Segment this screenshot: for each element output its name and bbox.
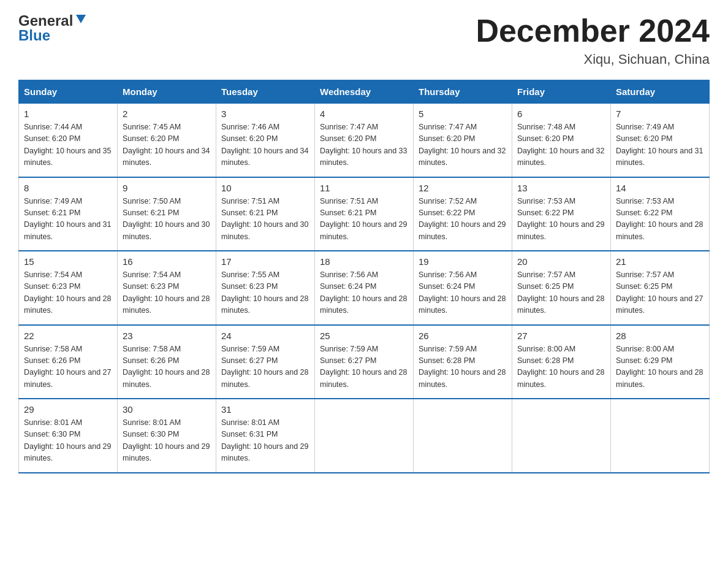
day-number: 23 xyxy=(123,331,211,341)
calendar-week-row: 15 Sunrise: 7:54 AM Sunset: 6:23 PM Dayl… xyxy=(19,251,710,325)
day-number: 11 xyxy=(320,183,408,193)
day-info: Sunrise: 7:54 AM Sunset: 6:23 PM Dayligh… xyxy=(24,269,112,317)
day-number: 1 xyxy=(24,109,112,119)
day-info: Sunrise: 7:45 AM Sunset: 6:20 PM Dayligh… xyxy=(123,121,211,169)
day-number: 29 xyxy=(24,404,112,415)
calendar-week-row: 29 Sunrise: 8:01 AM Sunset: 6:30 PM Dayl… xyxy=(19,399,710,473)
day-info: Sunrise: 7:59 AM Sunset: 6:28 PM Dayligh… xyxy=(419,343,507,391)
table-row: 10 Sunrise: 7:51 AM Sunset: 6:21 PM Dayl… xyxy=(216,177,315,251)
day-number: 8 xyxy=(24,183,112,193)
day-info: Sunrise: 7:58 AM Sunset: 6:26 PM Dayligh… xyxy=(24,343,112,391)
table-row: 2 Sunrise: 7:45 AM Sunset: 6:20 PM Dayli… xyxy=(118,104,216,177)
header-tuesday: Tuesday xyxy=(216,80,315,104)
day-number: 30 xyxy=(123,404,211,415)
day-number: 21 xyxy=(616,256,704,267)
day-info: Sunrise: 7:49 AM Sunset: 6:20 PM Dayligh… xyxy=(616,121,704,169)
day-info: Sunrise: 8:01 AM Sunset: 6:30 PM Dayligh… xyxy=(123,417,211,465)
day-info: Sunrise: 7:59 AM Sunset: 6:27 PM Dayligh… xyxy=(320,343,408,391)
table-row: 3 Sunrise: 7:46 AM Sunset: 6:20 PM Dayli… xyxy=(216,104,315,177)
table-row: 17 Sunrise: 7:55 AM Sunset: 6:23 PM Dayl… xyxy=(216,251,315,325)
table-row: 20 Sunrise: 7:57 AM Sunset: 6:25 PM Dayl… xyxy=(512,251,611,325)
calendar-week-row: 8 Sunrise: 7:49 AM Sunset: 6:21 PM Dayli… xyxy=(19,177,710,251)
table-row: 16 Sunrise: 7:54 AM Sunset: 6:23 PM Dayl… xyxy=(118,251,216,325)
table-row: 9 Sunrise: 7:50 AM Sunset: 6:21 PM Dayli… xyxy=(118,177,216,251)
day-number: 9 xyxy=(123,183,211,193)
day-info: Sunrise: 7:56 AM Sunset: 6:24 PM Dayligh… xyxy=(320,269,408,317)
table-row: 27 Sunrise: 8:00 AM Sunset: 6:28 PM Dayl… xyxy=(512,325,611,399)
table-row: 24 Sunrise: 7:59 AM Sunset: 6:27 PM Dayl… xyxy=(216,325,315,399)
day-info: Sunrise: 7:54 AM Sunset: 6:23 PM Dayligh… xyxy=(123,269,211,317)
day-number: 31 xyxy=(221,404,309,415)
day-info: Sunrise: 8:00 AM Sunset: 6:29 PM Dayligh… xyxy=(616,343,704,391)
day-info: Sunrise: 7:52 AM Sunset: 6:22 PM Dayligh… xyxy=(419,196,507,243)
table-row: 13 Sunrise: 7:53 AM Sunset: 6:22 PM Dayl… xyxy=(512,177,611,251)
table-row: 15 Sunrise: 7:54 AM Sunset: 6:23 PM Dayl… xyxy=(19,251,118,325)
day-number: 15 xyxy=(24,256,112,267)
table-row xyxy=(512,399,611,473)
table-row: 18 Sunrise: 7:56 AM Sunset: 6:24 PM Dayl… xyxy=(315,251,414,325)
day-info: Sunrise: 7:53 AM Sunset: 6:22 PM Dayligh… xyxy=(616,196,704,243)
day-info: Sunrise: 7:50 AM Sunset: 6:21 PM Dayligh… xyxy=(123,196,211,243)
table-row: 29 Sunrise: 8:01 AM Sunset: 6:30 PM Dayl… xyxy=(19,399,118,473)
table-row: 8 Sunrise: 7:49 AM Sunset: 6:21 PM Dayli… xyxy=(19,177,118,251)
day-number: 22 xyxy=(24,331,112,341)
day-info: Sunrise: 7:51 AM Sunset: 6:21 PM Dayligh… xyxy=(320,196,408,243)
table-row: 6 Sunrise: 7:48 AM Sunset: 6:20 PM Dayli… xyxy=(512,104,611,177)
day-info: Sunrise: 7:57 AM Sunset: 6:25 PM Dayligh… xyxy=(517,269,605,317)
table-row xyxy=(414,399,512,473)
day-info: Sunrise: 7:57 AM Sunset: 6:25 PM Dayligh… xyxy=(616,269,704,317)
calendar-table: Sunday Monday Tuesday Wednesday Thursday… xyxy=(18,80,710,473)
day-info: Sunrise: 7:44 AM Sunset: 6:20 PM Dayligh… xyxy=(24,121,112,169)
day-info: Sunrise: 8:00 AM Sunset: 6:28 PM Dayligh… xyxy=(517,343,605,391)
day-info: Sunrise: 8:01 AM Sunset: 6:31 PM Dayligh… xyxy=(221,417,309,465)
logo-blue-text: Blue xyxy=(18,27,87,44)
table-row xyxy=(315,399,414,473)
day-number: 4 xyxy=(320,109,408,119)
location-title: Xiqu, Sichuan, China xyxy=(476,52,710,67)
table-row: 23 Sunrise: 7:58 AM Sunset: 6:26 PM Dayl… xyxy=(118,325,216,399)
header-saturday: Saturday xyxy=(611,80,710,104)
day-number: 10 xyxy=(221,183,309,193)
day-number: 12 xyxy=(419,183,507,193)
header-wednesday: Wednesday xyxy=(315,80,414,104)
day-info: Sunrise: 7:56 AM Sunset: 6:24 PM Dayligh… xyxy=(419,269,507,317)
day-number: 2 xyxy=(123,109,211,119)
table-row: 21 Sunrise: 7:57 AM Sunset: 6:25 PM Dayl… xyxy=(611,251,710,325)
day-number: 6 xyxy=(517,109,605,119)
table-row: 19 Sunrise: 7:56 AM Sunset: 6:24 PM Dayl… xyxy=(414,251,512,325)
day-info: Sunrise: 8:01 AM Sunset: 6:30 PM Dayligh… xyxy=(24,417,112,465)
day-number: 16 xyxy=(123,256,211,267)
header-sunday: Sunday xyxy=(19,80,118,104)
table-row xyxy=(611,399,710,473)
header-monday: Monday xyxy=(118,80,216,104)
day-info: Sunrise: 7:46 AM Sunset: 6:20 PM Dayligh… xyxy=(221,121,309,169)
header-thursday: Thursday xyxy=(414,80,512,104)
day-info: Sunrise: 7:49 AM Sunset: 6:21 PM Dayligh… xyxy=(24,196,112,243)
day-number: 5 xyxy=(419,109,507,119)
day-number: 27 xyxy=(517,331,605,341)
day-info: Sunrise: 7:51 AM Sunset: 6:21 PM Dayligh… xyxy=(221,196,309,243)
calendar-header-row: Sunday Monday Tuesday Wednesday Thursday… xyxy=(19,80,710,104)
day-info: Sunrise: 7:59 AM Sunset: 6:27 PM Dayligh… xyxy=(221,343,309,391)
day-info: Sunrise: 7:47 AM Sunset: 6:20 PM Dayligh… xyxy=(320,121,408,169)
logo: General Blue xyxy=(18,12,87,44)
day-number: 7 xyxy=(616,109,704,119)
day-number: 28 xyxy=(616,331,704,341)
table-row: 1 Sunrise: 7:44 AM Sunset: 6:20 PM Dayli… xyxy=(19,104,118,177)
svg-marker-0 xyxy=(76,15,86,23)
page-header: General Blue December 2024 Xiqu, Sichuan… xyxy=(18,12,710,67)
day-number: 3 xyxy=(221,109,309,119)
table-row: 5 Sunrise: 7:47 AM Sunset: 6:20 PM Dayli… xyxy=(414,104,512,177)
day-number: 18 xyxy=(320,256,408,267)
day-info: Sunrise: 7:48 AM Sunset: 6:20 PM Dayligh… xyxy=(517,121,605,169)
table-row: 31 Sunrise: 8:01 AM Sunset: 6:31 PM Dayl… xyxy=(216,399,315,473)
header-friday: Friday xyxy=(512,80,611,104)
day-number: 25 xyxy=(320,331,408,341)
day-info: Sunrise: 7:53 AM Sunset: 6:22 PM Dayligh… xyxy=(517,196,605,243)
calendar-week-row: 22 Sunrise: 7:58 AM Sunset: 6:26 PM Dayl… xyxy=(19,325,710,399)
table-row: 22 Sunrise: 7:58 AM Sunset: 6:26 PM Dayl… xyxy=(19,325,118,399)
table-row: 25 Sunrise: 7:59 AM Sunset: 6:27 PM Dayl… xyxy=(315,325,414,399)
day-info: Sunrise: 7:58 AM Sunset: 6:26 PM Dayligh… xyxy=(123,343,211,391)
day-number: 24 xyxy=(221,331,309,341)
calendar-week-row: 1 Sunrise: 7:44 AM Sunset: 6:20 PM Dayli… xyxy=(19,104,710,177)
